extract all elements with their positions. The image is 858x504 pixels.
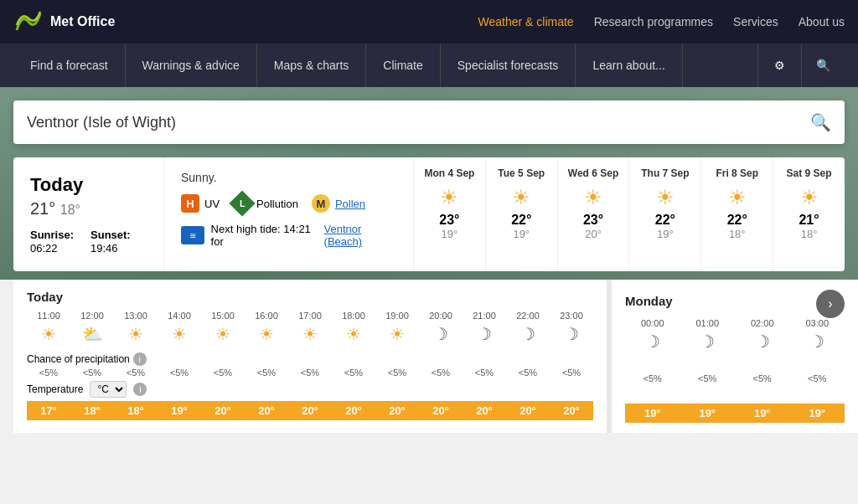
nav-learn[interactable]: Learn about... — [576, 44, 682, 87]
sunset-item: Sunset: 19:46 — [90, 229, 131, 255]
hour-icon-0: ☀ — [41, 324, 56, 344]
forecast-temp-low: 19° — [513, 228, 530, 240]
forecast-day-label: Tue 5 Sep — [498, 167, 545, 179]
nav-services[interactable]: Services — [733, 15, 778, 28]
hour-col-3: 14:00 ☀ — [158, 311, 201, 346]
hour-icon-12: ☽ — [564, 324, 579, 344]
nav-climate[interactable]: Climate — [366, 44, 440, 87]
top-nav-links: Weather & climate Research programmes Se… — [478, 15, 845, 28]
precip-row: <5%<5%<5%<5%<5%<5%<5%<5%<5%<5%<5%<5%<5% — [27, 368, 593, 378]
weather-middle: Sunny. H UV L Pollution M Pollen — [164, 157, 414, 271]
nav-research[interactable]: Research programmes — [594, 15, 713, 28]
monday-precip-row: <5%<5%<5%<5% — [625, 373, 845, 383]
hour-col-1: 12:00 ⛅ — [70, 311, 114, 346]
forecast-sun-icon: ☀ — [728, 186, 747, 209]
nav-maps[interactable]: Maps & charts — [257, 44, 366, 87]
sun-times: Sunrise: 06:22 Sunset: 19:46 — [30, 229, 147, 255]
monday-hour-col-3: 03:00 ☽ — [790, 318, 845, 353]
sub-nav: Find a forecast Warnings & advice Maps &… — [0, 44, 858, 87]
forecast-temp-low: 19° — [442, 228, 458, 240]
search-submit-icon[interactable]: 🔍 — [810, 112, 831, 132]
forecast-temp-high: 22° — [655, 213, 675, 228]
today-temp-high: 21° — [30, 199, 55, 218]
top-nav: Met Office Weather & climate Research pr… — [0, 0, 858, 44]
pollen-label[interactable]: Pollen — [335, 198, 365, 210]
hour-icon-8: ☀ — [390, 324, 405, 344]
monday-precip-col-2: <5% — [735, 373, 790, 383]
temp-val-1: 18° — [70, 401, 114, 420]
forecast-day-2: Wed 6 Sep ☀ 23° 20° — [558, 157, 630, 271]
sunset-label: Sunset: — [90, 229, 131, 241]
hour-icon-7: ☀ — [346, 324, 361, 344]
hour-icon-1: ⛅ — [82, 324, 103, 344]
next-arrow-button[interactable]: › — [816, 290, 845, 318]
monday-precip-section: <5%<5%<5%<5% — [625, 360, 845, 383]
today-summary: Today 21° 18° Sunrise: 06:22 Sunset: 19:… — [13, 157, 164, 271]
nav-specialist[interactable]: Specialist forecasts — [441, 44, 576, 87]
forecast-day-0: Mon 4 Sep ☀ 23° 19° — [414, 157, 486, 271]
nav-warnings[interactable]: Warnings & advice — [126, 44, 257, 87]
hour-col-7: 18:00 ☀ — [332, 311, 375, 346]
forecast-temp-high: 23° — [583, 213, 603, 228]
hourly-today-card: Today 11:00 ☀ 12:00 ⛅ 13:00 ☀ 14:00 ☀ 15… — [13, 280, 607, 433]
forecast-temp-high: 22° — [511, 213, 531, 228]
temp-info-icon[interactable]: i — [133, 383, 147, 396]
precip-col-4: <5% — [201, 368, 245, 378]
temp-val-11: 20° — [506, 401, 550, 420]
monday-hour-icon-2: ☽ — [755, 332, 770, 352]
hour-col-2: 13:00 ☀ — [114, 311, 158, 346]
forecast-temp-low: 19° — [657, 228, 674, 240]
precip-col-6: <5% — [288, 368, 332, 378]
temp-val-0: 17° — [27, 401, 70, 420]
forecast-temp-low: 20° — [585, 228, 602, 240]
forecast-temp-high: 23° — [439, 213, 459, 228]
precip-info-icon[interactable]: i — [133, 352, 147, 366]
settings-icon[interactable]: ⚙ — [757, 44, 801, 87]
precip-col-12: <5% — [550, 368, 593, 378]
forecast-day-5: Sat 9 Sep ☀ 21° 18° — [773, 157, 845, 271]
hour-col-6: 17:00 ☀ — [288, 311, 332, 346]
nav-weather-climate[interactable]: Weather & climate — [478, 15, 574, 28]
forecast-sun-icon: ☀ — [440, 186, 458, 209]
forecast-temp-high: 22° — [727, 213, 747, 228]
sunrise-label: Sunrise: — [30, 229, 74, 241]
hourly-section: Today 11:00 ☀ 12:00 ⛅ 13:00 ☀ 14:00 ☀ 15… — [13, 280, 845, 433]
nav-find-forecast[interactable]: Find a forecast — [13, 44, 126, 87]
forecast-day-3: Thu 7 Sep ☀ 22° 19° — [629, 157, 701, 271]
search-icon[interactable]: 🔍 — [801, 44, 845, 87]
nav-about[interactable]: About us — [799, 15, 845, 28]
tide-link[interactable]: Ventnor (Beach) — [324, 223, 396, 248]
uv-badge: H — [181, 194, 199, 213]
temp-val-3: 19° — [158, 401, 201, 420]
weather-panel: Today 21° 18° Sunrise: 06:22 Sunset: 19:… — [13, 157, 845, 271]
temp-val-4: 20° — [201, 401, 245, 420]
monday-temp-val-2: 19° — [735, 404, 790, 423]
today-temp: 21° 18° — [30, 199, 147, 219]
hour-col-5: 16:00 ☀ — [245, 311, 288, 346]
pollution-indicator: L Pollution — [233, 194, 298, 213]
sunrise-value: 06:22 — [30, 242, 58, 255]
temp-unit-select[interactable]: °C °F — [90, 381, 127, 398]
hour-icon-6: ☀ — [302, 324, 318, 344]
hour-icon-4: ☀ — [215, 324, 230, 344]
hour-icon-11: ☽ — [520, 324, 535, 344]
hourly-today-hours: 11:00 ☀ 12:00 ⛅ 13:00 ☀ 14:00 ☀ 15:00 ☀ … — [27, 311, 593, 346]
forecast-day-label: Wed 6 Sep — [568, 167, 618, 179]
hour-icon-3: ☀ — [172, 324, 187, 344]
forecast-day-label: Mon 4 Sep — [424, 167, 474, 179]
monday-temp-val-3: 19° — [790, 404, 845, 423]
monday-temp-val-1: 19° — [680, 404, 736, 423]
uv-indicator: H UV — [181, 194, 220, 213]
precip-col-10: <5% — [463, 368, 506, 378]
pollen-badge: M — [312, 194, 330, 213]
forecast-temp-low: 18° — [801, 228, 818, 240]
precip-col-7: <5% — [332, 368, 375, 378]
temp-val-9: 20° — [419, 401, 463, 420]
precip-col-1: <5% — [70, 368, 114, 378]
location-search-input[interactable] — [27, 114, 810, 131]
forecast-day-label: Sat 9 Sep — [787, 167, 832, 179]
uv-label: UV — [204, 198, 220, 210]
monday-temp-val-0: 19° — [625, 404, 680, 423]
hourly-today-title: Today — [27, 290, 593, 304]
hourly-monday-hours: 00:00 ☽ 01:00 ☽ 02:00 ☽ 03:00 ☽ — [625, 318, 845, 353]
